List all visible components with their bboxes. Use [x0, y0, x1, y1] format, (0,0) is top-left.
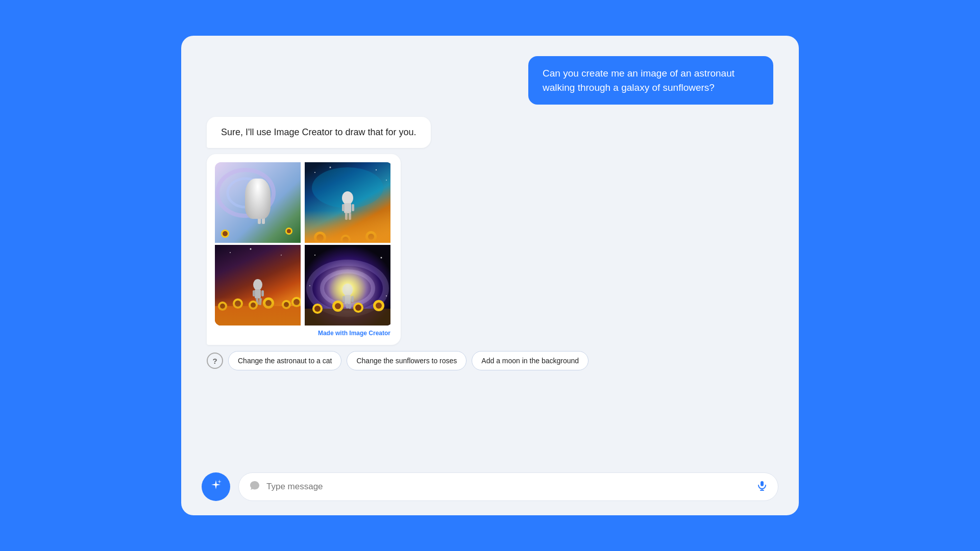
svg-point-35	[253, 279, 262, 290]
svg-point-25	[314, 232, 326, 243]
svg-rect-5	[255, 207, 258, 215]
svg-point-48	[263, 297, 274, 309]
svg-rect-8	[262, 217, 265, 224]
svg-point-59	[309, 285, 310, 286]
svg-point-30	[368, 234, 374, 240]
svg-rect-72	[342, 296, 345, 302]
svg-point-60	[386, 295, 387, 296]
ai-message-text: Sure, I'll use Image Creator to draw tha…	[207, 117, 431, 148]
chat-area: Can you create me an image of an astrona…	[181, 36, 799, 466]
svg-rect-23	[345, 213, 348, 220]
generated-image-1[interactable]	[215, 162, 301, 243]
svg-point-14	[314, 172, 315, 173]
svg-point-44	[233, 298, 243, 309]
svg-rect-39	[256, 298, 259, 305]
svg-point-52	[291, 297, 301, 307]
svg-rect-21	[342, 204, 345, 211]
svg-point-63	[314, 306, 321, 312]
svg-point-67	[355, 305, 361, 311]
image-creator-link[interactable]: Image Creator	[349, 330, 390, 337]
svg-rect-7	[258, 217, 261, 224]
svg-point-43	[220, 304, 225, 309]
svg-rect-71	[345, 295, 351, 304]
svg-rect-22	[352, 204, 354, 211]
image-grid-container: Made with Image Creator	[207, 154, 401, 345]
svg-point-15	[330, 167, 331, 168]
svg-point-49	[265, 300, 272, 306]
svg-point-56	[322, 271, 373, 305]
svg-rect-76	[761, 481, 764, 486]
svg-point-29	[365, 231, 377, 242]
svg-point-17	[386, 180, 387, 181]
svg-rect-24	[349, 213, 351, 220]
microphone-icon[interactable]	[756, 480, 768, 494]
help-icon[interactable]: ?	[207, 353, 223, 369]
generated-image-3[interactable]	[215, 245, 301, 325]
user-message-text: Can you create me an image of an astrona…	[543, 68, 734, 93]
image-credit: Made with Image Creator	[215, 330, 393, 337]
ai-response-text: Sure, I'll use Image Creator to draw tha…	[221, 127, 416, 137]
brand-icon	[209, 479, 223, 495]
svg-point-19	[342, 191, 353, 205]
image-grid	[215, 162, 393, 325]
svg-point-46	[249, 300, 258, 310]
svg-point-57	[314, 255, 315, 256]
svg-point-34	[281, 255, 282, 256]
ai-messages-group: Sure, I'll use Image Creator to draw tha…	[207, 117, 773, 375]
svg-point-16	[376, 169, 377, 170]
svg-rect-75	[349, 304, 352, 309]
suggestions-row: ? Change the astronaut to a cat Change t…	[207, 351, 589, 375]
svg-rect-6	[264, 207, 267, 215]
generated-image-2[interactable]	[305, 162, 390, 243]
svg-rect-41	[215, 306, 301, 325]
svg-point-27	[340, 235, 351, 243]
svg-rect-37	[253, 290, 255, 296]
input-bar-area	[181, 466, 799, 515]
image-credit-prefix: Made with	[318, 330, 349, 337]
svg-point-69	[376, 303, 382, 309]
svg-point-70	[342, 284, 353, 296]
svg-point-47	[251, 303, 256, 308]
svg-point-50	[282, 300, 291, 309]
svg-point-12	[287, 229, 291, 233]
svg-point-45	[235, 300, 241, 307]
svg-rect-38	[261, 290, 264, 296]
svg-point-32	[230, 252, 231, 253]
svg-point-64	[332, 300, 344, 312]
user-message-bubble: Can you create me an image of an astrona…	[528, 56, 773, 105]
svg-rect-4	[257, 206, 265, 217]
svg-point-26	[316, 234, 324, 241]
svg-rect-40	[259, 298, 262, 305]
svg-point-3	[255, 193, 267, 208]
suggestion-chip-3[interactable]: Add a moon in the background	[472, 351, 589, 370]
svg-rect-36	[255, 289, 261, 298]
svg-point-53	[293, 299, 300, 305]
suggestion-chip-2[interactable]: Change the sunflowers to roses	[347, 351, 467, 370]
svg-point-28	[342, 237, 349, 243]
svg-point-65	[335, 303, 341, 309]
svg-rect-20	[344, 203, 351, 213]
suggestion-chip-1[interactable]: Change the astronaut to a cat	[228, 351, 341, 370]
message-input[interactable]	[266, 482, 750, 492]
chat-window: Can you create me an image of an astrona…	[181, 36, 799, 515]
svg-point-10	[223, 231, 228, 236]
svg-point-42	[218, 302, 227, 311]
svg-point-58	[381, 257, 382, 259]
svg-point-33	[250, 248, 252, 250]
brand-button[interactable]	[202, 472, 230, 501]
svg-rect-73	[351, 296, 354, 302]
message-input-wrapper	[238, 472, 778, 501]
svg-rect-74	[346, 304, 349, 309]
svg-point-51	[284, 302, 289, 307]
generated-image-4[interactable]	[305, 245, 390, 325]
chat-bubble-icon	[249, 480, 260, 494]
